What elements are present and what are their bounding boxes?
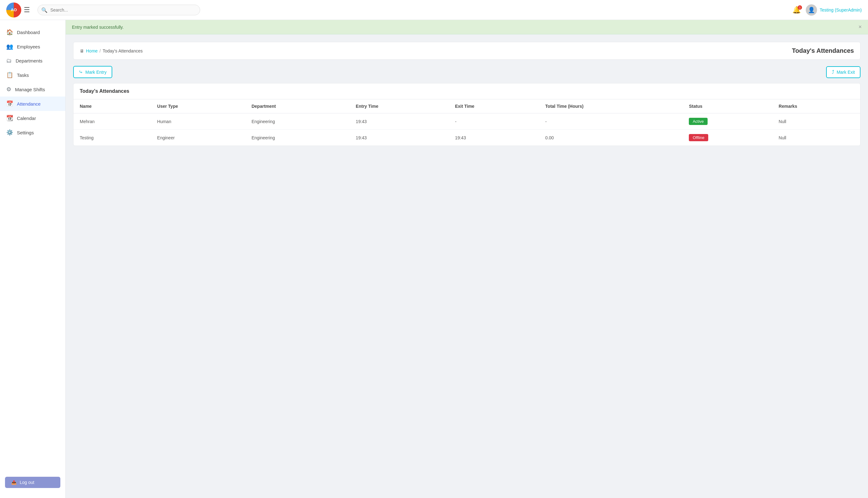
page-title: Today's Attendances: [792, 47, 854, 54]
search-icon: 🔍: [41, 7, 48, 13]
mark-exit-label: Mark Exit: [837, 70, 855, 75]
cell-remarks: Null: [772, 130, 860, 146]
avatar: 👤: [806, 4, 817, 16]
cell-status: Active: [682, 114, 772, 130]
logout-label: Log out: [20, 480, 34, 485]
main-content: Entry marked successfully. × 🖥 Home / To…: [66, 20, 868, 498]
cell-total-time: 0.00: [539, 130, 683, 146]
table-row: Mehran Human Engineering 19:43 - - Activ…: [74, 114, 860, 130]
sidebar-item-departments[interactable]: 🗂 Departments: [0, 54, 65, 68]
sidebar-item-employees[interactable]: 👥 Employees: [0, 39, 65, 54]
layout: 🏠 Dashboard 👥 Employees 🗂 Departments 📋 …: [0, 20, 868, 498]
sidebar-label-employees: Employees: [17, 44, 40, 49]
logout-icon: 📤: [11, 480, 16, 485]
sidebar-label-attendance: Attendance: [17, 101, 41, 106]
col-status: Status: [682, 99, 772, 114]
sidebar-item-calendar[interactable]: 📆 Calendar: [0, 111, 65, 125]
col-name: Name: [74, 99, 151, 114]
status-badge: Active: [689, 118, 707, 125]
mark-entry-button[interactable]: ⤷ Mark Entry: [73, 66, 112, 78]
sidebar-label-calendar: Calendar: [17, 116, 36, 121]
col-exit-time: Exit Time: [449, 99, 539, 114]
home-icon: 🖥: [80, 49, 84, 53]
calendar-icon: 📆: [6, 115, 13, 121]
mark-exit-icon: ⤴: [832, 69, 834, 75]
sidebar-item-manage-shifts[interactable]: ⚙ Manage Shifts: [0, 82, 65, 96]
cell-total-time: -: [539, 114, 683, 130]
mark-entry-label: Mark Entry: [85, 70, 107, 75]
sidebar-footer: 📤 Log out: [0, 472, 65, 493]
action-row: ⤷ Mark Entry ⤴ Mark Exit: [73, 66, 860, 78]
col-total-time: Total Time (Hours): [539, 99, 683, 114]
cell-name: Mehran: [74, 114, 151, 130]
app-logo: AO: [6, 2, 21, 17]
table-row: Testing Engineer Engineering 19:43 19:43…: [74, 130, 860, 146]
departments-icon: 🗂: [6, 57, 12, 64]
sidebar-label-settings: Settings: [17, 130, 34, 135]
attendance-table-card: Today's Attendances Name User Type Depar…: [73, 83, 860, 146]
sidebar-label-manage-shifts: Manage Shifts: [15, 87, 45, 92]
cell-user-type: Human: [151, 114, 245, 130]
sidebar-label-departments: Departments: [16, 58, 42, 63]
breadcrumb: 🖥 Home / Today's Attendances: [80, 49, 143, 53]
dashboard-icon: 🏠: [6, 29, 13, 36]
topbar: AO ☰ 🔍 🔔 1 👤 Testing (SuperAdmin): [0, 0, 868, 20]
sidebar-label-dashboard: Dashboard: [17, 30, 40, 35]
logout-button[interactable]: 📤 Log out: [5, 477, 60, 488]
cell-remarks: Null: [772, 114, 860, 130]
cell-exit-time: 19:43: [449, 130, 539, 146]
page-header: 🖥 Home / Today's Attendances Today's Att…: [73, 42, 860, 60]
col-entry-time: Entry Time: [349, 99, 449, 114]
user-display-name: Testing (SuperAdmin): [819, 8, 862, 13]
sidebar: 🏠 Dashboard 👥 Employees 🗂 Departments 📋 …: [0, 20, 66, 498]
notification-button[interactable]: 🔔 1: [792, 6, 801, 14]
table-header-row: Name User Type Department Entry Time Exi…: [74, 99, 860, 114]
settings-icon: ⚙️: [6, 129, 13, 136]
close-banner-button[interactable]: ×: [858, 24, 862, 30]
cell-entry-time: 19:43: [349, 130, 449, 146]
attendance-icon: 📅: [6, 100, 13, 107]
search-input[interactable]: [38, 5, 200, 15]
breadcrumb-home[interactable]: Home: [86, 49, 98, 53]
tasks-icon: 📋: [6, 71, 13, 78]
topbar-right: 🔔 1 👤 Testing (SuperAdmin): [792, 4, 862, 16]
attendance-table: Name User Type Department Entry Time Exi…: [74, 99, 860, 146]
col-user-type: User Type: [151, 99, 245, 114]
mark-entry-icon: ⤷: [79, 69, 83, 75]
col-department: Department: [245, 99, 349, 114]
success-message: Entry marked successfully.: [72, 25, 124, 30]
breadcrumb-current: Today's Attendances: [103, 49, 143, 53]
page-container: 🖥 Home / Today's Attendances Today's Att…: [66, 34, 868, 153]
cell-name: Testing: [74, 130, 151, 146]
mark-exit-button[interactable]: ⤴ Mark Exit: [826, 66, 860, 78]
notification-badge: 1: [797, 5, 802, 10]
col-remarks: Remarks: [772, 99, 860, 114]
search-bar: 🔍: [38, 5, 200, 15]
success-banner: Entry marked successfully. ×: [66, 20, 868, 34]
user-info[interactable]: 👤 Testing (SuperAdmin): [806, 4, 862, 16]
breadcrumb-separator: /: [100, 49, 101, 53]
cell-department: Engineering: [245, 114, 349, 130]
hamburger-button[interactable]: ☰: [21, 5, 33, 15]
cell-entry-time: 19:43: [349, 114, 449, 130]
table-heading: Today's Attendances: [74, 83, 860, 99]
cell-status: Offline: [682, 130, 772, 146]
status-badge: Offline: [689, 134, 708, 141]
manage-shifts-icon: ⚙: [6, 86, 11, 93]
sidebar-label-tasks: Tasks: [17, 73, 29, 78]
sidebar-item-attendance[interactable]: 📅 Attendance: [0, 96, 65, 111]
cell-department: Engineering: [245, 130, 349, 146]
sidebar-item-settings[interactable]: ⚙️ Settings: [0, 125, 65, 140]
cell-user-type: Engineer: [151, 130, 245, 146]
sidebar-item-dashboard[interactable]: 🏠 Dashboard: [0, 25, 65, 39]
sidebar-item-tasks[interactable]: 📋 Tasks: [0, 68, 65, 82]
employees-icon: 👥: [6, 43, 13, 50]
cell-exit-time: -: [449, 114, 539, 130]
